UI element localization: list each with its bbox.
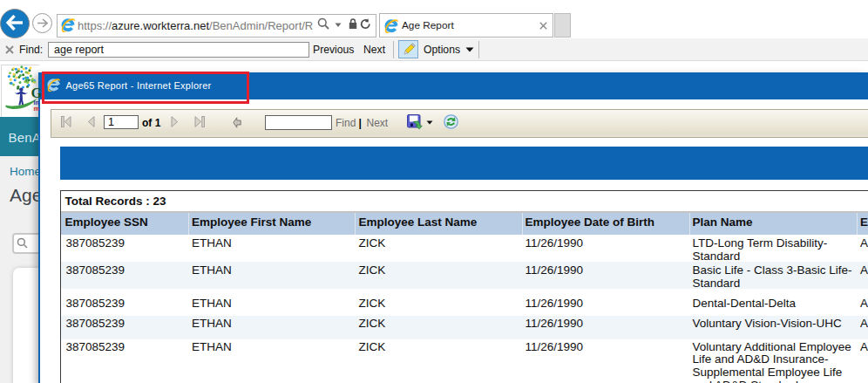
svg-text:m: m (34, 106, 39, 112)
svg-text:In: In (34, 99, 39, 106)
svg-text:G: G (31, 85, 43, 101)
